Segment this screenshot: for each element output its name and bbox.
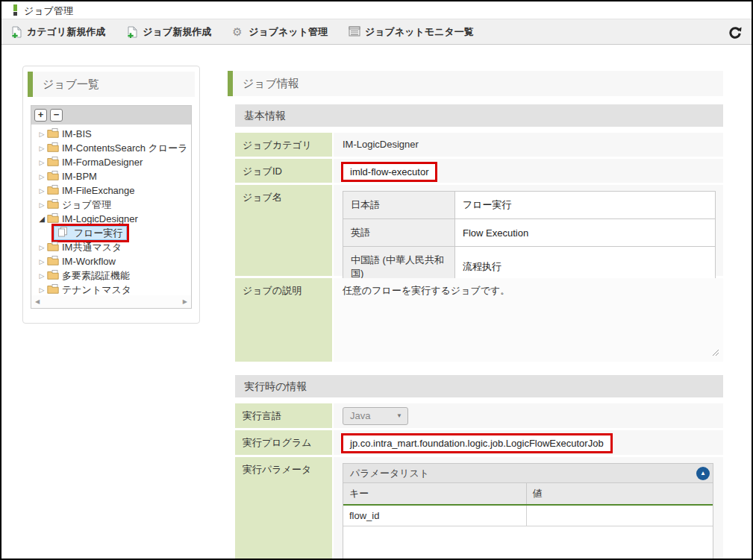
parameter-list-title: パラメータリスト bbox=[350, 468, 429, 479]
tree-node-label: ジョブ管理 bbox=[62, 198, 111, 212]
name-en-input[interactable]: Flow Execution bbox=[455, 219, 716, 247]
param-key-input[interactable]: flow_id bbox=[343, 505, 526, 526]
chevron-right-icon[interactable]: ▷ bbox=[37, 173, 47, 180]
description-label: ジョブの説明 bbox=[235, 278, 332, 362]
tree-node-im-bis[interactable]: ▷ IM-BIS bbox=[31, 127, 191, 141]
folder-icon bbox=[47, 157, 59, 169]
section-basic-info: 基本情報 bbox=[235, 104, 723, 127]
gear-icon: ⚙ bbox=[232, 26, 244, 38]
value-column-header: 値 bbox=[526, 483, 713, 505]
horizontal-scrollbar[interactable]: ◀ ▶ bbox=[31, 295, 191, 308]
category-value: IM-LogicDesigner bbox=[334, 133, 723, 157]
name-ja-input[interactable]: フロー実行 bbox=[455, 192, 716, 219]
tree-node-im-contentssearch[interactable]: ▷ IM-ContentsSearch クローラ bbox=[31, 141, 191, 155]
tree-toolbar: + − bbox=[31, 106, 191, 125]
screen: ジョブ管理 カテゴリ新規作成 ジョブ新規作成 bbox=[1, 1, 752, 559]
parameter-table: キー 値 flow_id bbox=[343, 483, 713, 526]
job-list-header: ジョブ一覧 bbox=[28, 72, 195, 97]
scroll-right-icon[interactable]: ▶ bbox=[183, 298, 187, 305]
document-add-icon bbox=[10, 26, 22, 38]
collapse-all-button[interactable]: − bbox=[50, 109, 63, 122]
pages-icon bbox=[57, 227, 68, 239]
job-list-panel: ジョブ一覧 + − ▷ IM-BIS ▷ IM-ContentsSearch ク… bbox=[22, 66, 200, 324]
lang-label: 日本語 bbox=[343, 192, 455, 219]
tree-node-im-workflow[interactable]: ▷ IM-Workflow bbox=[31, 254, 191, 268]
chevron-right-icon[interactable]: ▷ bbox=[37, 145, 47, 152]
tree-node-im-formadesigner[interactable]: ▷ IM-FormaDesigner bbox=[31, 155, 191, 169]
page-title: ジョブ管理 bbox=[24, 4, 73, 18]
create-job-button[interactable]: ジョブ新規作成 bbox=[126, 25, 211, 39]
chevron-right-icon[interactable]: ▷ bbox=[37, 272, 47, 280]
field-row-program: 実行プログラム jp.co.intra_mart.foundation.logi… bbox=[235, 430, 723, 455]
chevron-right-icon[interactable]: ▷ bbox=[37, 159, 47, 166]
tree-node-label: IM-BIS bbox=[62, 128, 92, 139]
job-info-header: ジョブ情報 bbox=[228, 71, 723, 96]
jobnet-manage-button[interactable]: ⚙ ジョブネット管理 bbox=[232, 25, 328, 39]
tree-node-im-bpm[interactable]: ▷ IM-BPM bbox=[31, 169, 191, 183]
chevron-right-icon[interactable]: ▷ bbox=[37, 130, 47, 138]
chevron-down-icon: ▼ bbox=[396, 408, 402, 424]
page-title-icon bbox=[13, 4, 17, 16]
folder-icon bbox=[47, 199, 59, 211]
chevron-right-icon[interactable]: ▷ bbox=[37, 244, 47, 251]
field-row-params: 実行パラメータ パラメータリスト ▲ キー 値 bbox=[235, 457, 723, 559]
folder-icon bbox=[47, 242, 59, 254]
table-row: 日本語 フロー実行 bbox=[343, 192, 716, 219]
folder-icon bbox=[47, 171, 59, 183]
section-runtime-info: 実行時の情報 bbox=[235, 375, 723, 397]
language-selected-value: Java bbox=[350, 410, 370, 421]
table-row: 英語 Flow Execution bbox=[343, 219, 716, 247]
collapse-up-icon[interactable]: ▲ bbox=[696, 467, 710, 480]
accent-bar bbox=[28, 72, 33, 97]
category-label: ジョブカテゴリ bbox=[235, 133, 332, 157]
chevron-expanded-icon[interactable]: ◢ bbox=[37, 215, 47, 223]
tree-node-label: IM-Workflow bbox=[62, 256, 116, 267]
toolbar: カテゴリ新規作成 ジョブ新規作成 ⚙ ジョブネット管理 bbox=[1, 19, 752, 45]
tree-node-mfa[interactable]: ▷ 多要素認証機能 bbox=[31, 268, 191, 283]
job-name-value-cell: 日本語 フロー実行 英語 Flow Execution 中国語 (中華人民共和国… bbox=[334, 185, 723, 276]
create-category-button[interactable]: カテゴリ新規作成 bbox=[10, 25, 105, 39]
job-name-label: ジョブ名 bbox=[235, 185, 332, 276]
chevron-right-icon[interactable]: ▷ bbox=[37, 258, 47, 265]
tree-items: ▷ IM-BIS ▷ IM-ContentsSearch クローラ ▷ IM-F… bbox=[31, 125, 191, 297]
tree-node-label: IM-ContentsSearch クローラ bbox=[62, 142, 188, 155]
table-header-row: キー 値 bbox=[343, 483, 713, 505]
jobnet-manage-label: ジョブネット管理 bbox=[249, 25, 328, 39]
chevron-right-icon[interactable]: ▷ bbox=[37, 201, 47, 209]
chevron-right-icon[interactable]: ▷ bbox=[37, 286, 47, 294]
folder-icon bbox=[47, 284, 59, 296]
tree-node-job-manage[interactable]: ▷ ジョブ管理 bbox=[31, 198, 191, 212]
tree-node-label: 多要素認証機能 bbox=[62, 269, 130, 283]
document-add-icon bbox=[126, 26, 138, 38]
tree-node-label: フロー実行 bbox=[74, 227, 123, 240]
list-icon bbox=[349, 26, 360, 38]
tree-node-im-common-master[interactable]: ▷ IM共通マスタ bbox=[31, 240, 191, 254]
params-value-cell: パラメータリスト ▲ キー 値 flow_id bbox=[334, 457, 723, 559]
field-row-category: ジョブカテゴリ IM-LogicDesigner bbox=[235, 133, 723, 157]
table-row: flow_id bbox=[343, 505, 713, 526]
tree-node-label: IM-FileExchange bbox=[62, 185, 135, 196]
lang-label: 英語 bbox=[343, 219, 455, 247]
tree-node-label: IM-FormaDesigner bbox=[62, 157, 143, 168]
tree-node-im-fileexchange[interactable]: ▷ IM-FileExchange bbox=[31, 183, 191, 198]
expand-all-button[interactable]: + bbox=[34, 109, 47, 122]
tree-node-label: IM共通マスタ bbox=[62, 241, 122, 254]
language-select[interactable]: Java ▼ bbox=[343, 407, 408, 425]
description-textarea[interactable]: 任意のフローを実行するジョブです。 bbox=[334, 278, 723, 362]
folder-icon bbox=[47, 128, 59, 140]
job-info-content: 基本情報 ジョブカテゴリ IM-LogicDesigner ジョブID imld… bbox=[235, 104, 723, 559]
resize-handle-icon[interactable] bbox=[712, 347, 719, 359]
selected-node[interactable]: フロー実行 bbox=[54, 226, 127, 240]
field-row-job-id: ジョブID imld-flow-executor bbox=[235, 159, 723, 183]
tree-node-flow-execution[interactable]: フロー実行 bbox=[31, 226, 191, 240]
jobnet-monitor-list-button[interactable]: ジョブネットモニタ一覧 bbox=[349, 25, 474, 39]
key-column-header: キー bbox=[343, 483, 526, 505]
job-list-title: ジョブ一覧 bbox=[43, 78, 99, 92]
tree-node-label: IM-BPM bbox=[62, 171, 97, 182]
tree-node-label: テナントマスタ bbox=[62, 283, 131, 297]
scroll-left-icon[interactable]: ◀ bbox=[35, 298, 40, 305]
refresh-icon[interactable] bbox=[728, 25, 742, 39]
param-value-input[interactable] bbox=[526, 505, 713, 526]
program-value-cell: jp.co.intra_mart.foundation.logic.job.Lo… bbox=[334, 430, 723, 455]
chevron-right-icon[interactable]: ▷ bbox=[37, 187, 47, 195]
